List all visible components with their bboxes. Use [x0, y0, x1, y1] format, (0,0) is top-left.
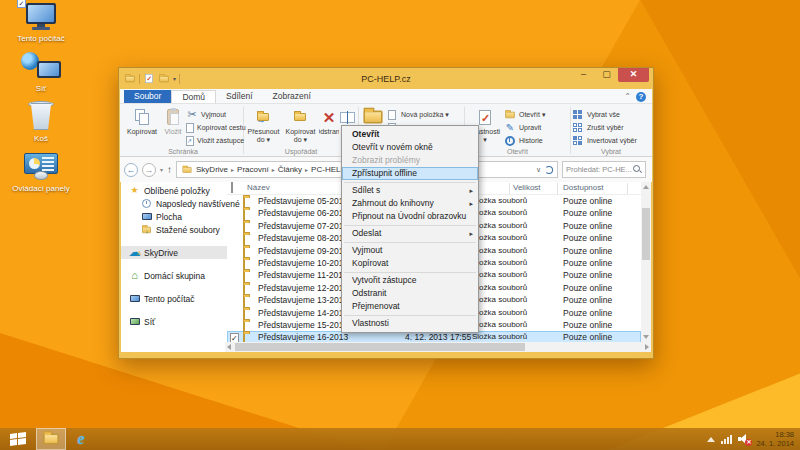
menu-item-zp-stupnit-offline[interactable]: Zpřístupnit offline [342, 167, 478, 180]
back-button[interactable]: ← [124, 163, 138, 177]
desktop-icon-recycle-bin[interactable]: Koš [10, 102, 72, 143]
collapse-ribbon-icon[interactable]: ⌃ [624, 92, 631, 101]
scroll-left-icon[interactable] [227, 344, 231, 350]
move-to-icon: → [257, 113, 269, 121]
close-button[interactable]: ✕ [618, 68, 649, 82]
menu-item-zobrazit-probl-my[interactable]: Zobrazit problémy [342, 154, 478, 167]
move-to-button[interactable]: → Přesunout do ▾ [245, 106, 282, 147]
help-icon[interactable]: ? [636, 92, 646, 102]
horizontal-scrollbar[interactable] [225, 342, 651, 352]
sidebar-item-skydrive[interactable]: ☁⚠SkyDrive [121, 246, 227, 259]
column-header-size[interactable]: Velikost [513, 183, 539, 192]
sidebar-item-naposledy-nav-t-ven-[interactable]: Naposledy navštívené [121, 197, 227, 210]
menu-item-p-ejmenovat[interactable]: Přejmenovat [342, 300, 478, 313]
vertical-scrollbar[interactable] [641, 182, 651, 342]
up-button[interactable]: ↑ [167, 164, 172, 175]
select-all-button[interactable]: Vybrat vše [572, 108, 650, 121]
file-name: Představujeme 05-2013 [258, 195, 348, 207]
file-name: Představujeme 11-2013 [258, 269, 348, 281]
history-button[interactable]: Historie [504, 134, 568, 147]
copy-to-button[interactable]: Kopírovat do ▾ [282, 106, 319, 147]
sidebar-item-s-[interactable]: Síť [121, 315, 227, 328]
open-button[interactable]: Otevřít ▾ [504, 108, 568, 121]
sidebar-item-tento-po-ta-[interactable]: Tento počítač [121, 292, 227, 305]
horizontal-scroll-thumb[interactable] [235, 343, 525, 351]
sidebar-item-label: Síť [144, 317, 155, 327]
desktop-icon-control-panel[interactable]: Ovládací panely [10, 152, 72, 193]
sidebar-item-label: Stažené soubory [156, 225, 220, 235]
recycle-bin-icon [21, 102, 61, 132]
paste-button[interactable]: Vložit [160, 106, 186, 147]
group-label-open: Otevřít [466, 148, 569, 155]
start-button[interactable] [0, 428, 36, 450]
header-checkbox[interactable] [231, 183, 233, 192]
sidebar-item-dom-c-skupina[interactable]: ⌂Domácí skupina [121, 269, 227, 282]
menu-item-otev-t-v-nov-m-okn-[interactable]: Otevřít v novém okně [342, 141, 478, 154]
new-item-button[interactable]: Nová položka ▾ [386, 108, 462, 121]
cut-button[interactable]: ✂Vyjmout [186, 108, 242, 121]
desktop-icon-this-pc[interactable]: ✓Tento počítač [10, 2, 72, 43]
file-name: Představujeme 15-2013 [258, 319, 348, 331]
taskbar-internet-explorer-button[interactable]: e [66, 428, 96, 450]
select-none-button[interactable]: Zrušit výběr [572, 121, 650, 134]
sidebar-item-plocha[interactable]: Plocha [121, 210, 227, 223]
maximize-button[interactable]: ▢ [595, 68, 618, 82]
search-input[interactable]: Prohledat: PC-HE... [562, 161, 646, 178]
history-icon [504, 136, 516, 146]
menu-item-odstranit[interactable]: Odstranit [342, 287, 478, 300]
address-dropdown-icon[interactable]: ∨ [536, 166, 541, 174]
column-header-name[interactable]: Název [247, 183, 270, 192]
menu-item-odeslat[interactable]: Odeslat▸ [342, 227, 478, 240]
file-type: Složka souborů [472, 331, 527, 342]
show-hidden-icons-icon[interactable] [707, 437, 715, 442]
scroll-right-icon[interactable] [645, 344, 649, 350]
menu-item-vyjmout[interactable]: Vyjmout [342, 244, 478, 257]
minimize-button[interactable]: – [572, 68, 595, 82]
forward-button[interactable]: → [142, 163, 156, 177]
menu-item-zahrnout-do-knihovny[interactable]: Zahrnout do knihovny▸ [342, 197, 478, 210]
recent-locations-icon[interactable]: ▾ [160, 166, 163, 173]
edit-button[interactable]: ✎Upravit [504, 121, 568, 134]
titlebar[interactable]: ▾ PC-HELP.cz – ▢ ✕ [119, 68, 653, 89]
file-name: Představujeme 14-2013 [258, 307, 348, 319]
location-folder-icon [183, 167, 192, 173]
menu-item-otev-t[interactable]: Otevřít [342, 128, 478, 141]
sidebar-item-label: Domácí skupina [144, 271, 205, 281]
tab-soubor[interactable]: Soubor [124, 90, 171, 103]
sidebar-item-sta-en-soubory[interactable]: ↓Stažené soubory [121, 223, 227, 236]
volume-muted-icon[interactable]: ✕ [738, 434, 750, 444]
menu-item-sd-let-s[interactable]: Sdílet s▸ [342, 184, 478, 197]
menu-item-kop-rovat[interactable]: Kopírovat [342, 257, 478, 270]
tab-domu[interactable]: Domů [171, 90, 216, 103]
menu-separator [344, 225, 476, 226]
vertical-scroll-thumb[interactable] [642, 208, 650, 260]
invert-selection-button[interactable]: Invertovat výběr [572, 134, 650, 147]
file-size [527, 294, 561, 306]
file-size [527, 207, 561, 219]
taskbar-file-explorer-button[interactable] [36, 428, 66, 450]
taskbar: e ✕ 18:38 24. 1. 2014 [0, 428, 800, 450]
tab-zobrazeni[interactable]: Zobrazení [263, 90, 321, 103]
desktop-icon-network[interactable]: Síť [10, 52, 72, 93]
scroll-up-icon[interactable] [643, 185, 649, 189]
scroll-down-icon[interactable] [643, 335, 649, 339]
refresh-icon[interactable] [545, 166, 553, 174]
row-checkbox[interactable]: ✓ [230, 332, 239, 342]
delete-button[interactable]: ✕ Odstranit [319, 106, 339, 147]
menu-item-vytvo-it-z-stupce[interactable]: Vytvořit zástupce [342, 274, 478, 287]
file-availability: Pouze online [563, 195, 612, 207]
network-status-icon[interactable] [721, 435, 732, 444]
copy-path-button[interactable]: Kopírovat cestu [186, 121, 242, 134]
breadcrumb-segment[interactable]: SkyDrive [196, 165, 228, 174]
file-name: Představujeme 12-2013 [258, 282, 348, 294]
menu-item-p-ipnout-na-vodn-obrazovku[interactable]: Připnout na Úvodní obrazovku [342, 210, 478, 223]
taskbar-clock[interactable]: 18:38 24. 1. 2014 [756, 430, 794, 448]
column-header-availability[interactable]: Dostupnost [563, 183, 603, 192]
breadcrumb-segment[interactable]: Pracovní [237, 165, 269, 174]
copy-button[interactable]: Kopírovat [124, 106, 160, 147]
sidebar-item-obl-ben-polo-ky[interactable]: ★Oblíbené položky [121, 184, 227, 197]
paste-shortcut-button[interactable]: Vložit zástupce [186, 134, 242, 147]
breadcrumb-segment[interactable]: Články [278, 165, 302, 174]
menu-item-vlastnosti[interactable]: Vlastnosti [342, 317, 478, 330]
tab-sdileni[interactable]: Sdílení [216, 90, 262, 103]
